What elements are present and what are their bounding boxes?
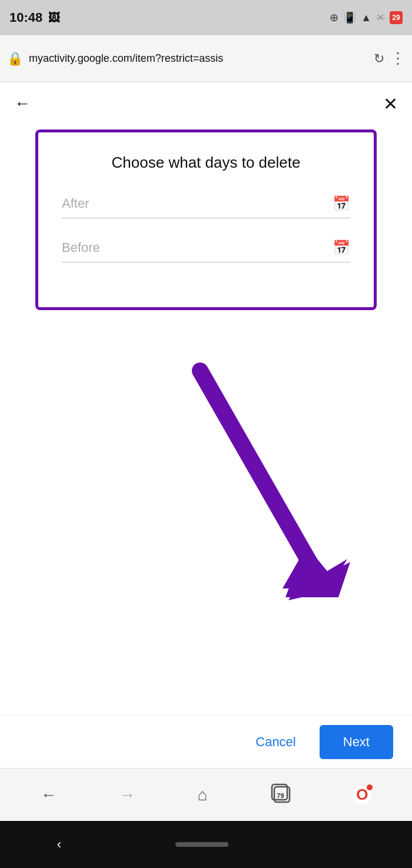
before-calendar-icon: 📅 (333, 240, 350, 256)
svg-marker-3 (285, 550, 350, 597)
vibrate-icon: 📳 (343, 11, 356, 24)
after-label: After (62, 196, 333, 211)
before-label: Before (62, 240, 333, 255)
browser-content: ← ✕ Choose what days to delete After 📅 B… (0, 82, 412, 768)
next-button[interactable]: Next (320, 725, 393, 759)
browser-back-button[interactable]: ← (41, 786, 57, 804)
dialog-card: Choose what days to delete After 📅 Befor… (35, 129, 377, 310)
url-display[interactable]: myactivity.google.com/item?restrict=assi… (29, 52, 368, 65)
reload-button[interactable]: ↻ (374, 51, 384, 66)
browser-forward-button[interactable]: → (119, 786, 135, 804)
after-calendar-icon: 📅 (333, 195, 350, 212)
menu-button[interactable]: ⋮ (390, 49, 405, 68)
back-button[interactable]: ← (14, 94, 31, 113)
photo-icon: 🖼 (48, 11, 60, 25)
svg-marker-4 (288, 556, 341, 600)
svg-marker-2 (283, 547, 347, 588)
opera-button[interactable]: O (353, 786, 371, 804)
browser-home-button[interactable]: ⌂ (198, 786, 208, 804)
page-nav: ← ✕ (0, 82, 412, 125)
svg-line-1 (200, 371, 318, 577)
browser-bottom-nav: ← → ⌂ 79 O (0, 768, 412, 821)
browser-tabs-button[interactable]: 79 (270, 782, 291, 807)
close-button[interactable]: ✕ (383, 94, 398, 114)
dialog-title: Choose what days to delete (62, 154, 350, 172)
signal-icon: ✕ (376, 11, 385, 24)
before-field[interactable]: Before 📅 (62, 240, 350, 262)
notification-badge: 29 (390, 11, 403, 24)
lock-icon: 🔒 (7, 51, 23, 66)
system-back-icon[interactable]: ‹ (57, 837, 61, 852)
system-nav-bar: ‹ (0, 821, 412, 868)
after-field[interactable]: After 📅 (62, 195, 350, 218)
status-bar: 10:48 🖼 ⊕ 📳 ▲ ✕ 29 (0, 0, 412, 35)
home-indicator[interactable] (175, 842, 228, 847)
action-buttons: Cancel Next (0, 715, 412, 768)
address-bar: 🔒 myactivity.google.com/item?restrict=as… (0, 35, 412, 82)
wifi-icon: ▲ (361, 12, 371, 24)
circle-plus-icon: ⊕ (330, 11, 338, 24)
cancel-button[interactable]: Cancel (246, 729, 305, 756)
annotation-arrow (165, 359, 365, 606)
time-display: 10:48 (9, 10, 42, 25)
